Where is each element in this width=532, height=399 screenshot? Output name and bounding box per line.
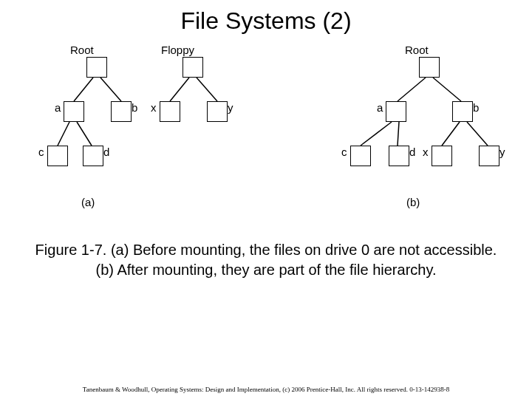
svg-line-2: [58, 122, 69, 146]
node-b2: [452, 101, 473, 122]
svg-line-10: [442, 122, 460, 146]
svg-line-3: [77, 122, 92, 146]
node-b1: [111, 101, 132, 122]
label-c2: c: [341, 146, 347, 158]
label-root-a: Root: [70, 44, 94, 56]
node-root-a: [86, 57, 107, 78]
sublabel-b: (b): [406, 196, 420, 208]
label-c1: c: [38, 146, 44, 158]
node-a2: [386, 101, 406, 122]
copyright-footer: Tanenbaum & Woodhull, Operating Systems:…: [0, 386, 532, 393]
svg-line-5: [197, 78, 217, 101]
label-b1: b: [132, 101, 137, 114]
node-floppy: [183, 57, 203, 78]
figure-caption: Figure 1-7. (a) Before mounting, the fil…: [0, 225, 532, 280]
page-title: File Systems (2): [0, 0, 532, 41]
svg-line-7: [433, 78, 461, 101]
figure-diagram: Root a b c d Floppy x y (a) Root a b c d…: [0, 41, 532, 225]
node-y1: [207, 101, 228, 122]
node-x2: [432, 146, 452, 166]
svg-line-4: [170, 78, 189, 101]
label-b2: b: [473, 101, 479, 114]
node-d2: [389, 146, 409, 166]
svg-line-1: [100, 78, 121, 101]
label-y2: y: [499, 146, 505, 158]
node-c1: [47, 146, 68, 166]
label-a1: a: [55, 101, 61, 114]
svg-line-6: [398, 78, 426, 101]
node-y2: [479, 146, 499, 166]
label-y1: y: [228, 101, 233, 114]
svg-line-9: [398, 122, 399, 146]
label-floppy: Floppy: [161, 44, 194, 56]
svg-line-11: [467, 122, 488, 146]
label-d2: d: [409, 146, 415, 158]
node-root-b: [419, 57, 440, 78]
label-a2: a: [377, 101, 383, 114]
tree-edges: [0, 41, 532, 225]
node-d1: [83, 146, 103, 166]
node-c2: [350, 146, 371, 166]
label-d1: d: [103, 146, 109, 158]
svg-line-0: [74, 78, 93, 101]
node-x1: [160, 101, 180, 122]
label-x2: x: [423, 146, 429, 158]
label-x1: x: [151, 101, 157, 114]
label-root-b: Root: [405, 44, 429, 56]
sublabel-a: (a): [81, 196, 95, 208]
node-a1: [64, 101, 84, 122]
svg-line-8: [361, 122, 392, 146]
